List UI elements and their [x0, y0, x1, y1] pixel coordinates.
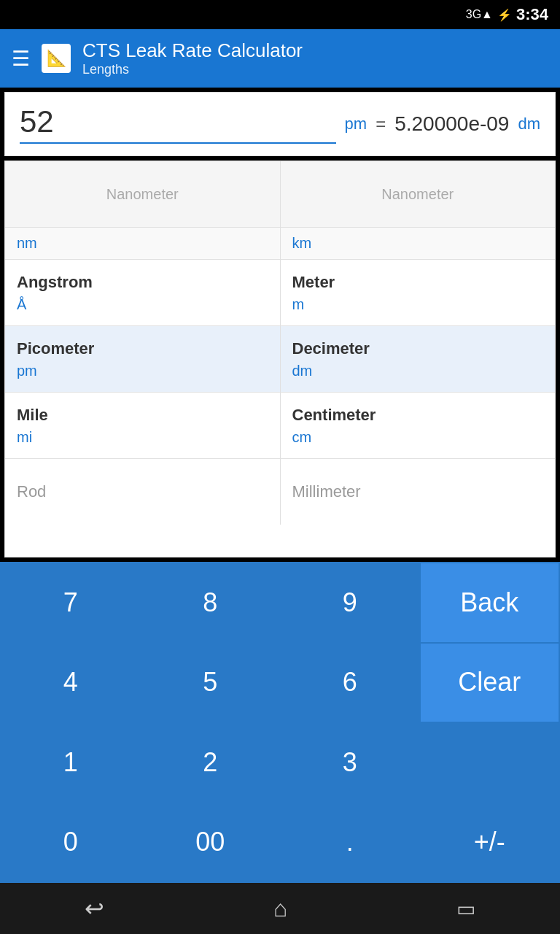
btn-empty: [421, 723, 559, 802]
decimeter-name: Decimeter: [292, 339, 544, 358]
battery-icon: ⚡: [497, 8, 512, 22]
result-value: 5.20000e-09: [394, 112, 509, 136]
angstrom-meter-row: Angstrom Å Meter m: [5, 260, 555, 326]
mile-name: Mile: [17, 406, 268, 425]
menu-icon[interactable]: ☰: [12, 47, 30, 71]
signal-icon: 3G▲: [466, 8, 493, 21]
angstrom-name: Angstrom: [17, 273, 268, 292]
btn-1[interactable]: 1: [1, 723, 140, 802]
centimeter-cell[interactable]: Centimeter cm: [281, 393, 556, 458]
btn-plusminus[interactable]: +/-: [421, 803, 559, 882]
nanometer-left-label: Nanometer: [106, 186, 179, 203]
centimeter-name: Centimeter: [292, 406, 544, 425]
btn-9[interactable]: 9: [281, 563, 419, 642]
numpad: 7 8 9 Back 4 5 6 Clear 1 2 3 0 00 . +/-: [0, 562, 560, 883]
mile-centimeter-row: Mile mi Centimeter cm: [5, 393, 555, 459]
picometer-name: Picometer: [17, 339, 268, 358]
picometer-abbr: pm: [17, 363, 268, 379]
app-header: ☰ 📐 CTS Leak Rate Calculator Lengths: [0, 29, 560, 88]
ruler-icon: 📐: [42, 44, 71, 73]
input-unit: pm: [345, 115, 368, 134]
equals-sign: =: [376, 114, 386, 134]
meter-name: Meter: [292, 273, 544, 292]
back-nav-icon[interactable]: ↩: [85, 895, 104, 922]
btn-2[interactable]: 2: [141, 723, 280, 802]
decimeter-cell[interactable]: Decimeter dm: [281, 326, 556, 392]
rod-name: Rod: [17, 482, 268, 501]
btn-00[interactable]: 00: [141, 803, 280, 882]
btn-8[interactable]: 8: [141, 563, 280, 642]
home-nav-icon[interactable]: ⌂: [273, 895, 287, 922]
btn-4[interactable]: 4: [1, 644, 140, 722]
btn-back[interactable]: Back: [421, 563, 559, 642]
millimeter-cell[interactable]: Millimeter: [281, 459, 556, 525]
nav-bar: ↩ ⌂ ▭: [0, 883, 560, 934]
angstrom-abbr: Å: [17, 296, 268, 313]
nanometer-partial-row: Nanometer Nanometer: [5, 161, 555, 228]
btn-6[interactable]: 6: [281, 644, 419, 722]
mile-abbr: mi: [17, 429, 268, 446]
centimeter-abbr: cm: [292, 429, 544, 446]
nm-abbr-cell[interactable]: nm: [5, 228, 281, 259]
km-abbr-cell[interactable]: km: [281, 228, 556, 259]
nanometer-left-cell[interactable]: Nanometer: [5, 161, 281, 227]
btn-7[interactable]: 7: [1, 563, 140, 642]
recent-nav-icon[interactable]: ▭: [456, 897, 475, 921]
nanometer-right-label: Nanometer: [381, 186, 454, 203]
result-unit: dm: [518, 115, 540, 134]
picometer-cell[interactable]: Picometer pm: [5, 326, 281, 392]
rod-cell[interactable]: Rod: [5, 459, 281, 525]
btn-0[interactable]: 0: [1, 803, 140, 882]
input-display[interactable]: 52 pm = 5.20000e-09 dm: [4, 92, 556, 156]
picometer-decimeter-row: Picometer pm Decimeter dm: [5, 326, 555, 393]
btn-dot[interactable]: .: [281, 803, 419, 882]
btn-5[interactable]: 5: [141, 644, 280, 722]
km-abbr: km: [292, 235, 544, 252]
time-display: 3:34: [516, 5, 548, 24]
status-bar: 3G▲ ⚡ 3:34: [0, 0, 560, 29]
angstrom-cell[interactable]: Angstrom Å: [5, 260, 281, 325]
input-value: 52: [20, 104, 336, 144]
decimeter-abbr: dm: [292, 363, 544, 379]
mile-cell[interactable]: Mile mi: [5, 393, 281, 458]
app-title: CTS Leak Rate Calculator: [82, 39, 303, 62]
header-text-block: CTS Leak Rate Calculator Lengths: [82, 39, 303, 77]
nm-abbr: nm: [17, 235, 268, 252]
nanometer-right-cell[interactable]: Nanometer: [281, 161, 556, 227]
btn-clear[interactable]: Clear: [421, 644, 559, 722]
rod-millimeter-row: Rod Millimeter: [5, 459, 555, 525]
meter-abbr: m: [292, 296, 544, 313]
unit-grid: Nanometer Nanometer nm km Angstrom Å Met…: [4, 161, 556, 557]
meter-cell[interactable]: Meter m: [281, 260, 556, 325]
app-subtitle: Lengths: [82, 62, 303, 77]
nm-km-row: nm km: [5, 228, 555, 260]
btn-3[interactable]: 3: [281, 723, 419, 802]
status-icons: 3G▲ ⚡ 3:34: [466, 5, 548, 24]
millimeter-name: Millimeter: [292, 482, 544, 501]
